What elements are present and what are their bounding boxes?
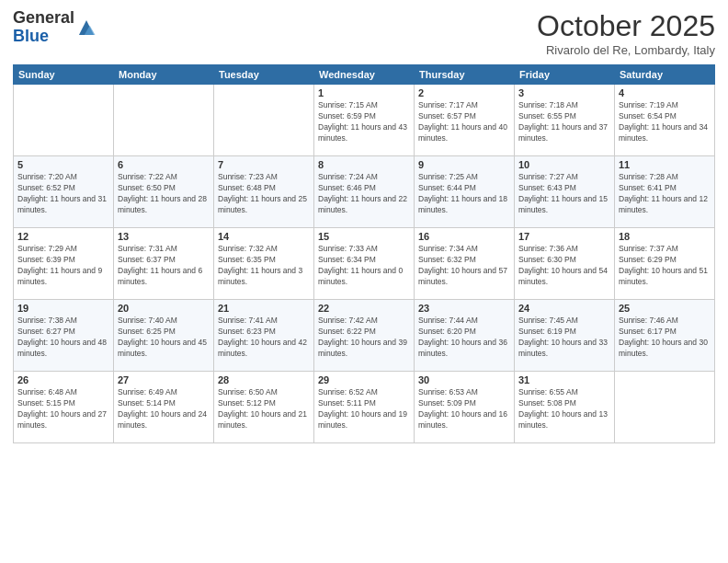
day-info: Sunrise: 7:36 AMSunset: 6:30 PMDaylight:…: [518, 244, 610, 288]
day-info: Sunrise: 7:25 AMSunset: 6:44 PMDaylight:…: [418, 172, 510, 216]
day-info: Sunrise: 7:18 AMSunset: 6:55 PMDaylight:…: [518, 100, 610, 144]
day-number: 28: [218, 374, 310, 385]
day-info: Sunrise: 7:41 AMSunset: 6:23 PMDaylight:…: [218, 316, 310, 360]
day-number: 3: [518, 87, 610, 98]
calendar-cell: 22Sunrise: 7:42 AMSunset: 6:22 PMDayligh…: [314, 300, 415, 372]
logo-text: General Blue: [13, 9, 97, 46]
day-number: 12: [17, 231, 109, 242]
day-info: Sunrise: 6:53 AMSunset: 5:09 PMDaylight:…: [418, 387, 510, 431]
calendar-cell: 4Sunrise: 7:19 AMSunset: 6:54 PMDaylight…: [615, 85, 715, 156]
calendar-week-4: 19Sunrise: 7:38 AMSunset: 6:27 PMDayligh…: [14, 300, 715, 372]
day-info: Sunrise: 7:24 AMSunset: 6:46 PMDaylight:…: [318, 172, 410, 216]
day-number: 20: [118, 303, 210, 314]
calendar-cell: 29Sunrise: 6:52 AMSunset: 5:11 PMDayligh…: [314, 372, 415, 443]
col-thursday: Thursday: [415, 65, 515, 85]
calendar-table: Sunday Monday Tuesday Wednesday Thursday…: [13, 64, 715, 443]
day-info: Sunrise: 6:55 AMSunset: 5:08 PMDaylight:…: [518, 387, 610, 431]
day-number: 8: [318, 159, 410, 170]
calendar-cell: 7Sunrise: 7:23 AMSunset: 6:48 PMDaylight…: [214, 156, 314, 228]
col-saturday: Saturday: [615, 65, 715, 85]
calendar-cell: 24Sunrise: 7:45 AMSunset: 6:19 PMDayligh…: [515, 300, 615, 372]
calendar-cell: 14Sunrise: 7:32 AMSunset: 6:35 PMDayligh…: [214, 228, 314, 300]
day-number: 1: [318, 87, 410, 98]
calendar-cell: 8Sunrise: 7:24 AMSunset: 6:46 PMDaylight…: [314, 156, 415, 228]
col-tuesday: Tuesday: [214, 65, 314, 85]
day-info: Sunrise: 7:40 AMSunset: 6:25 PMDaylight:…: [118, 316, 210, 360]
day-number: 9: [418, 159, 510, 170]
col-wednesday: Wednesday: [314, 65, 415, 85]
calendar-cell: 13Sunrise: 7:31 AMSunset: 6:37 PMDayligh…: [114, 228, 214, 300]
logo-general-text: General: [13, 8, 74, 27]
calendar-week-5: 26Sunrise: 6:48 AMSunset: 5:15 PMDayligh…: [14, 372, 715, 443]
title-block: October 2025 Rivarolo del Re, Lombardy, …: [537, 9, 715, 57]
calendar-cell: [14, 85, 114, 156]
calendar-cell: 5Sunrise: 7:20 AMSunset: 6:52 PMDaylight…: [14, 156, 114, 228]
calendar-cell: 23Sunrise: 7:44 AMSunset: 6:20 PMDayligh…: [415, 300, 515, 372]
day-number: 18: [619, 231, 711, 242]
location: Rivarolo del Re, Lombardy, Italy: [537, 43, 715, 57]
day-info: Sunrise: 7:29 AMSunset: 6:39 PMDaylight:…: [17, 244, 109, 288]
day-number: 31: [518, 374, 610, 385]
day-number: 14: [218, 231, 310, 242]
day-number: 15: [318, 231, 410, 242]
calendar-cell: 21Sunrise: 7:41 AMSunset: 6:23 PMDayligh…: [214, 300, 314, 372]
day-number: 29: [318, 374, 410, 385]
day-info: Sunrise: 6:52 AMSunset: 5:11 PMDaylight:…: [318, 387, 410, 431]
day-number: 25: [619, 303, 711, 314]
day-info: Sunrise: 7:37 AMSunset: 6:29 PMDaylight:…: [619, 244, 711, 288]
calendar-cell: 11Sunrise: 7:28 AMSunset: 6:41 PMDayligh…: [615, 156, 715, 228]
calendar-cell: 30Sunrise: 6:53 AMSunset: 5:09 PMDayligh…: [415, 372, 515, 443]
calendar-cell: 28Sunrise: 6:50 AMSunset: 5:12 PMDayligh…: [214, 372, 314, 443]
day-number: 7: [218, 159, 310, 170]
calendar-cell: 9Sunrise: 7:25 AMSunset: 6:44 PMDaylight…: [415, 156, 515, 228]
day-number: 10: [518, 159, 610, 170]
day-info: Sunrise: 6:49 AMSunset: 5:14 PMDaylight:…: [118, 387, 210, 431]
calendar-cell: 1Sunrise: 7:15 AMSunset: 6:59 PMDaylight…: [314, 85, 415, 156]
day-number: 2: [418, 87, 510, 98]
calendar-cell: 12Sunrise: 7:29 AMSunset: 6:39 PMDayligh…: [14, 228, 114, 300]
day-number: 19: [17, 303, 109, 314]
calendar-cell: 31Sunrise: 6:55 AMSunset: 5:08 PMDayligh…: [515, 372, 615, 443]
col-sunday: Sunday: [14, 65, 114, 85]
day-number: 6: [118, 159, 210, 170]
day-number: 27: [118, 374, 210, 385]
calendar-cell: [615, 372, 715, 443]
calendar-cell: 27Sunrise: 6:49 AMSunset: 5:14 PMDayligh…: [114, 372, 214, 443]
day-number: 5: [17, 159, 109, 170]
day-info: Sunrise: 7:34 AMSunset: 6:32 PMDaylight:…: [418, 244, 510, 288]
day-number: 4: [619, 87, 711, 98]
header: General Blue October 2025 Rivarolo del R…: [13, 9, 715, 57]
calendar-cell: 10Sunrise: 7:27 AMSunset: 6:43 PMDayligh…: [515, 156, 615, 228]
day-number: 26: [17, 374, 109, 385]
calendar-cell: 18Sunrise: 7:37 AMSunset: 6:29 PMDayligh…: [615, 228, 715, 300]
calendar-cell: 16Sunrise: 7:34 AMSunset: 6:32 PMDayligh…: [415, 228, 515, 300]
calendar-cell: 25Sunrise: 7:46 AMSunset: 6:17 PMDayligh…: [615, 300, 715, 372]
day-number: 22: [318, 303, 410, 314]
col-friday: Friday: [515, 65, 615, 85]
day-info: Sunrise: 7:15 AMSunset: 6:59 PMDaylight:…: [318, 100, 410, 144]
calendar-week-3: 12Sunrise: 7:29 AMSunset: 6:39 PMDayligh…: [14, 228, 715, 300]
day-number: 16: [418, 231, 510, 242]
day-info: Sunrise: 7:19 AMSunset: 6:54 PMDaylight:…: [619, 100, 711, 144]
calendar-cell: 3Sunrise: 7:18 AMSunset: 6:55 PMDaylight…: [515, 85, 615, 156]
day-info: Sunrise: 7:28 AMSunset: 6:41 PMDaylight:…: [619, 172, 711, 216]
calendar-cell: 17Sunrise: 7:36 AMSunset: 6:30 PMDayligh…: [515, 228, 615, 300]
day-info: Sunrise: 7:44 AMSunset: 6:20 PMDaylight:…: [418, 316, 510, 360]
day-number: 13: [118, 231, 210, 242]
day-info: Sunrise: 7:38 AMSunset: 6:27 PMDaylight:…: [17, 316, 109, 360]
day-number: 24: [518, 303, 610, 314]
day-number: 30: [418, 374, 510, 385]
calendar-cell: 2Sunrise: 7:17 AMSunset: 6:57 PMDaylight…: [415, 85, 515, 156]
day-info: Sunrise: 6:48 AMSunset: 5:15 PMDaylight:…: [17, 387, 109, 431]
day-info: Sunrise: 7:23 AMSunset: 6:48 PMDaylight:…: [218, 172, 310, 216]
day-info: Sunrise: 6:50 AMSunset: 5:12 PMDaylight:…: [218, 387, 310, 431]
calendar-cell: 26Sunrise: 6:48 AMSunset: 5:15 PMDayligh…: [14, 372, 114, 443]
day-info: Sunrise: 7:32 AMSunset: 6:35 PMDaylight:…: [218, 244, 310, 288]
day-info: Sunrise: 7:31 AMSunset: 6:37 PMDaylight:…: [118, 244, 210, 288]
page: General Blue October 2025 Rivarolo del R…: [0, 0, 728, 563]
logo-icon: [76, 17, 97, 38]
day-number: 21: [218, 303, 310, 314]
col-monday: Monday: [114, 65, 214, 85]
calendar-header-row: Sunday Monday Tuesday Wednesday Thursday…: [14, 65, 715, 85]
day-info: Sunrise: 7:22 AMSunset: 6:50 PMDaylight:…: [118, 172, 210, 216]
